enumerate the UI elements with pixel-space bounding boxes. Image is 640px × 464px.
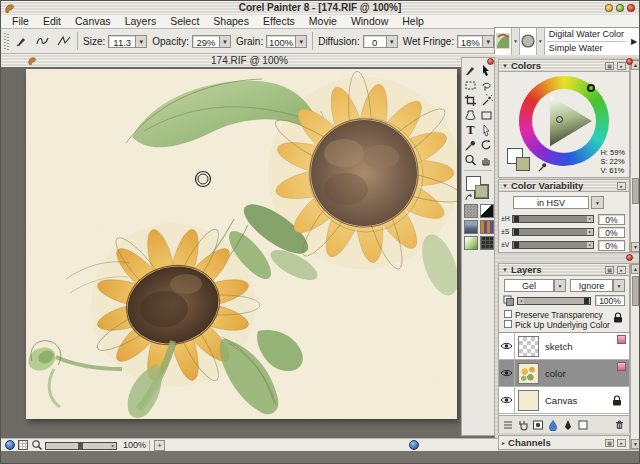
colors-panel-header[interactable]: ▼ Colors ▦ ▸ — [499, 60, 629, 72]
visibility-toggle[interactable] — [499, 387, 515, 413]
channels-panel-header[interactable]: ▸ Channels ▦ ▸ — [498, 435, 630, 450]
palette-flyout-button[interactable]: ▸ — [617, 439, 626, 447]
opacity-dropdown-arrow[interactable]: ▼ — [220, 35, 231, 48]
zoom-tool-icon[interactable] — [31, 439, 43, 451]
weave-selector[interactable] — [480, 220, 494, 234]
menu-edit[interactable]: Edit — [36, 15, 68, 28]
color-variability-header[interactable]: ▼ Color Variability ▸ — [499, 180, 629, 192]
variability-v-value[interactable]: 0% — [598, 240, 625, 251]
layer-row-color[interactable]: color — [499, 360, 629, 387]
palette-grid-button[interactable]: ▦ — [605, 62, 614, 70]
layer-row-canvas[interactable]: Canvas — [499, 387, 629, 414]
pasteboard[interactable] — [1, 67, 495, 438]
magnifier-tool[interactable] — [463, 153, 478, 167]
brush-variant-well[interactable]: ▼ — [520, 28, 545, 55]
layer-row-sketch[interactable]: sketch — [499, 333, 629, 360]
composite-method-arrow[interactable]: ▼ — [554, 279, 566, 292]
layers-palette-close-button[interactable] — [626, 254, 633, 261]
menu-window[interactable]: Window — [344, 15, 395, 28]
grabber-tool[interactable] — [479, 153, 494, 167]
expand-button[interactable]: + — [154, 440, 165, 451]
palette-grid-button[interactable]: ▦ — [605, 266, 614, 274]
brush-category-well[interactable]: ▼ — [495, 28, 520, 55]
grain-dropdown-arrow[interactable]: ▼ — [296, 35, 307, 48]
zoom-slider[interactable]: ▸ — [45, 442, 117, 450]
scroll-up-arrow[interactable]: ▲ — [631, 264, 640, 274]
preserve-transparency-checkbox[interactable] — [504, 310, 512, 318]
rotate-page-tool[interactable] — [479, 138, 494, 152]
layer-thumbnail[interactable] — [518, 336, 539, 357]
palette-flyout-button[interactable]: ▸ — [617, 62, 626, 70]
palette-flyout-button[interactable]: ▸ — [617, 266, 626, 274]
close-button[interactable] — [627, 4, 635, 12]
crop-tool[interactable] — [463, 93, 478, 107]
pick-up-underlying-color-checkbox[interactable] — [504, 320, 512, 328]
new-watercolor-layer-icon[interactable] — [547, 419, 559, 431]
new-liquid-ink-layer-icon[interactable] — [562, 419, 574, 431]
colors-back-swatch[interactable] — [516, 157, 530, 171]
scroll-down-arrow[interactable]: ▼ — [631, 242, 640, 252]
info-sphere-icon[interactable] — [409, 440, 419, 450]
expand-triangle[interactable]: ▸ — [502, 439, 505, 446]
opacity-input[interactable]: 29% — [192, 35, 220, 48]
paper-selector[interactable] — [464, 204, 478, 218]
menu-effects[interactable]: Effects — [256, 15, 302, 28]
sv-marker[interactable] — [556, 116, 563, 123]
menu-movie[interactable]: Movie — [302, 15, 344, 28]
collapse-triangle[interactable]: ▼ — [502, 183, 508, 189]
menu-help[interactable]: Help — [395, 15, 431, 28]
visibility-toggle[interactable] — [499, 333, 515, 359]
shape-rectangle-tool[interactable] — [479, 108, 494, 122]
wet-fringe-input[interactable]: 18% — [457, 35, 483, 48]
diffusion-dropdown-arrow[interactable]: ▼ — [387, 35, 398, 48]
grain-input[interactable]: 100% — [266, 35, 296, 48]
diffusion-input[interactable]: 0 — [363, 35, 387, 48]
lasso-tool[interactable] — [479, 78, 494, 92]
palette-flyout-button[interactable]: ▸ — [617, 182, 626, 190]
dropper-tool[interactable] — [463, 138, 478, 152]
restore-button[interactable] — [616, 4, 624, 12]
minimize-button[interactable] — [605, 4, 613, 12]
new-layer-icon[interactable] — [577, 419, 589, 431]
new-layer-mask-icon[interactable] — [532, 419, 544, 431]
delete-layer-icon[interactable] — [613, 418, 626, 431]
look-selector[interactable] — [464, 236, 478, 250]
artwork-canvas[interactable] — [26, 69, 457, 419]
brush-variant-name[interactable]: Simple Water — [545, 42, 628, 55]
layer-opacity-slider[interactable]: ◂ — [517, 297, 591, 305]
gradient-selector[interactable] — [480, 204, 494, 218]
palette-scrollbar[interactable]: ▲ ▼ — [630, 59, 640, 253]
nozzle-selector[interactable] — [480, 236, 494, 250]
layer-commands-icon[interactable] — [502, 419, 514, 431]
paint-bucket-tool[interactable] — [463, 108, 478, 122]
toolbox-close-button[interactable] — [487, 58, 494, 65]
variability-s-slider[interactable]: ▸ — [512, 228, 594, 236]
variability-s-value[interactable]: 0% — [598, 227, 625, 238]
layers-panel-header[interactable]: ▼ Layers ▦ ▸ — [499, 264, 629, 276]
menu-select[interactable]: Select — [163, 15, 206, 28]
composite-method-dropdown[interactable]: Gel — [504, 279, 554, 292]
composite-depth-arrow[interactable]: ▼ — [613, 279, 625, 292]
menu-shapes[interactable]: Shapes — [206, 15, 256, 28]
canvas-paper[interactable] — [26, 69, 457, 419]
palette-grid-button[interactable]: ▦ — [605, 439, 614, 447]
property-bar-grip[interactable] — [4, 33, 9, 50]
layer-thumbnail[interactable] — [518, 363, 539, 384]
brush-category-dropdown-arrow[interactable]: ▼ — [511, 28, 519, 55]
rectangular-selection-tool[interactable] — [463, 78, 478, 92]
dynamic-plugins-icon[interactable] — [517, 419, 529, 431]
drawing-mode-icon[interactable] — [5, 440, 15, 450]
brush-tool[interactable] — [463, 63, 478, 77]
menu-layers[interactable]: Layers — [118, 15, 164, 28]
freehand-stroke-icon[interactable] — [35, 34, 51, 48]
size-input[interactable]: 11.3 — [108, 35, 136, 48]
back-color-swatch[interactable] — [475, 185, 488, 198]
shape-selection-tool[interactable] — [479, 123, 494, 137]
scroll-down-arrow[interactable]: ▼ — [631, 439, 640, 449]
scroll-thumb[interactable] — [632, 178, 639, 204]
variability-v-slider[interactable]: ▸ — [512, 241, 594, 249]
title-bar[interactable]: Corel Painter 8 - [174.RIF @ 100%] — [1, 1, 639, 16]
swap-colors-icon[interactable] — [465, 194, 473, 202]
layer-thumbnail[interactable] — [518, 390, 539, 411]
scroll-thumb[interactable] — [632, 276, 639, 306]
